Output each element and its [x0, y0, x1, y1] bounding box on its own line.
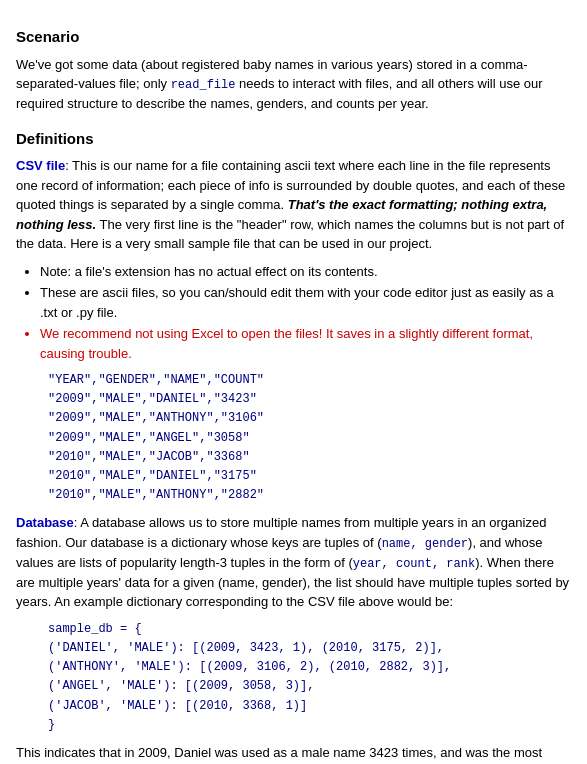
scenario-heading: Scenario: [16, 26, 571, 49]
db-code-line-1: ('DANIEL', 'MALE'): [(2009, 3423, 1), (2…: [48, 639, 571, 658]
csv-code-line-4: "2010","MALE","JACOB","3368": [48, 448, 571, 467]
csv-code-block: "YEAR","GENDER","NAME","COUNT" "2009","M…: [48, 371, 571, 505]
csv-code-line-2: "2009","MALE","ANTHONY","3106": [48, 409, 571, 428]
database-code-block: sample_db = { ('DANIEL', 'MALE'): [(2009…: [48, 620, 571, 735]
database-definition: Database: A database allows us to store …: [16, 513, 571, 612]
db-val-tuple: year, count, rank: [353, 557, 475, 571]
db-code-line-5: }: [48, 716, 571, 735]
db-code-line-0: sample_db = {: [48, 620, 571, 639]
csv-code-line-5: "2010","MALE","DANIEL","3175": [48, 467, 571, 486]
db-key-tuple: name, gender: [382, 537, 468, 551]
db-code-line-2: ('ANTHONY', 'MALE'): [(2009, 3106, 2), (…: [48, 658, 571, 677]
csv-rest: The very first line is the "header" row,…: [16, 217, 564, 252]
csv-code-line-0: "YEAR","GENDER","NAME","COUNT": [48, 371, 571, 390]
csv-bullet-1: Note: a file's extension has no actual e…: [40, 262, 571, 282]
csv-bullet-red: We recommend not using Excel to open the…: [40, 324, 571, 363]
csv-term: CSV file: [16, 158, 65, 173]
read-file-code: read_file: [171, 78, 236, 92]
db-code-line-4: ('JACOB', 'MALE'): [(2010, 3368, 1)]: [48, 697, 571, 716]
csv-bullets-list: Note: a file's extension has no actual e…: [40, 262, 571, 364]
csv-code-line-6: "2010","MALE","ANTHONY","2882": [48, 486, 571, 505]
database-term: Database: [16, 515, 74, 530]
csv-bullet-2: These are ascii files, so you can/should…: [40, 283, 571, 322]
csv-definition: CSV file: This is our name for a file co…: [16, 156, 571, 254]
database-explanation: This indicates that in 2009, Daniel was …: [16, 743, 571, 764]
db-code-line-3: ('ANGEL', 'MALE'): [(2009, 3058, 3)],: [48, 677, 571, 696]
csv-code-line-1: "2009","MALE","DANIEL","3423": [48, 390, 571, 409]
csv-code-line-3: "2009","MALE","ANGEL","3058": [48, 429, 571, 448]
scenario-text: We've got some data (about registered ba…: [16, 55, 571, 114]
definitions-heading: Definitions: [16, 128, 571, 151]
